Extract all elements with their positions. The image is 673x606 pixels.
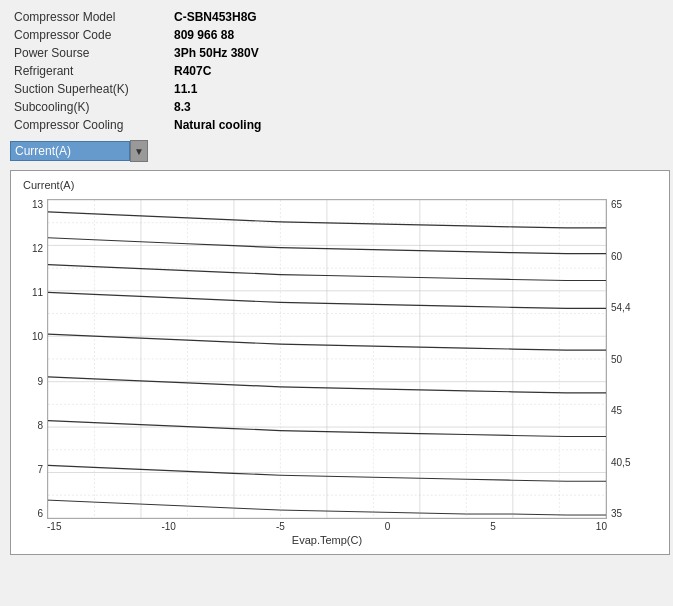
y-axis-label: 10 — [19, 331, 43, 342]
info-row: Subcooling(K)8.3 — [10, 98, 663, 116]
y-axis-label: 12 — [19, 243, 43, 254]
x-axis-label: -5 — [276, 521, 285, 532]
y-axis-label: 13 — [19, 199, 43, 210]
chart-grid-svg — [48, 200, 606, 518]
right-axis-label: 35 — [611, 508, 647, 519]
chart-type-select[interactable]: Current(A)Power(W)COPCapacity(W) — [10, 141, 130, 161]
y-axis-label: 7 — [19, 464, 43, 475]
info-row: Compressor ModelC-SBN453H8G — [10, 8, 663, 26]
x-axis-label: -15 — [47, 521, 61, 532]
info-row: Compressor CoolingNatural cooling — [10, 116, 663, 134]
x-axis-label: 5 — [490, 521, 496, 532]
right-axis-labels: 656054,4504540,535 — [607, 199, 647, 519]
info-row: Compressor Code809 966 88 — [10, 26, 663, 44]
chart-title: Current(A) — [23, 179, 74, 191]
right-axis-label: 40,5 — [611, 457, 647, 468]
chart-area: 131211109876 — [19, 199, 665, 519]
x-axis-title: Evap.Temp(C) — [47, 534, 607, 546]
info-table: Compressor ModelC-SBN453H8GCompressor Co… — [10, 8, 663, 134]
x-axis-label: 10 — [596, 521, 607, 532]
info-row: Suction Superheat(K)11.1 — [10, 80, 663, 98]
info-value: R407C — [170, 62, 663, 80]
main-container: Compressor ModelC-SBN453H8GCompressor Co… — [0, 0, 673, 563]
info-value: 11.1 — [170, 80, 663, 98]
info-value: 809 966 88 — [170, 26, 663, 44]
right-axis-label: 65 — [611, 199, 647, 210]
y-axis-label: 11 — [19, 287, 43, 298]
x-axis-label: -10 — [161, 521, 175, 532]
right-axis-label: 60 — [611, 251, 647, 262]
info-label: Refrigerant — [10, 62, 170, 80]
y-axis-labels: 131211109876 — [19, 199, 47, 519]
info-label: Power Sourse — [10, 44, 170, 62]
right-axis-label: 45 — [611, 405, 647, 416]
info-value: Natural cooling — [170, 116, 663, 134]
info-row: Power Sourse3Ph 50Hz 380V — [10, 44, 663, 62]
x-axis-area: -15-10-50510 — [19, 521, 665, 532]
dropdown-arrow-icon[interactable]: ▼ — [130, 140, 148, 162]
info-row: RefrigerantR407C — [10, 62, 663, 80]
y-axis-label: 6 — [19, 508, 43, 519]
y-axis-label: 8 — [19, 420, 43, 431]
dropdown-row: Current(A)Power(W)COPCapacity(W) ▼ — [10, 140, 663, 162]
info-label: Subcooling(K) — [10, 98, 170, 116]
y-axis-label: 9 — [19, 376, 43, 387]
info-value: 3Ph 50Hz 380V — [170, 44, 663, 62]
info-value: 8.3 — [170, 98, 663, 116]
info-label: Compressor Code — [10, 26, 170, 44]
chart-container: Current(A) 131211109876 — [10, 170, 670, 555]
info-label: Compressor Model — [10, 8, 170, 26]
chart-plot — [47, 199, 607, 519]
right-axis-label: 54,4 — [611, 302, 647, 313]
info-label: Suction Superheat(K) — [10, 80, 170, 98]
info-label: Compressor Cooling — [10, 116, 170, 134]
right-axis-label: 50 — [611, 354, 647, 365]
x-axis-labels: -15-10-50510 — [47, 521, 607, 532]
x-axis-label: 0 — [385, 521, 391, 532]
info-value: C-SBN453H8G — [170, 8, 663, 26]
